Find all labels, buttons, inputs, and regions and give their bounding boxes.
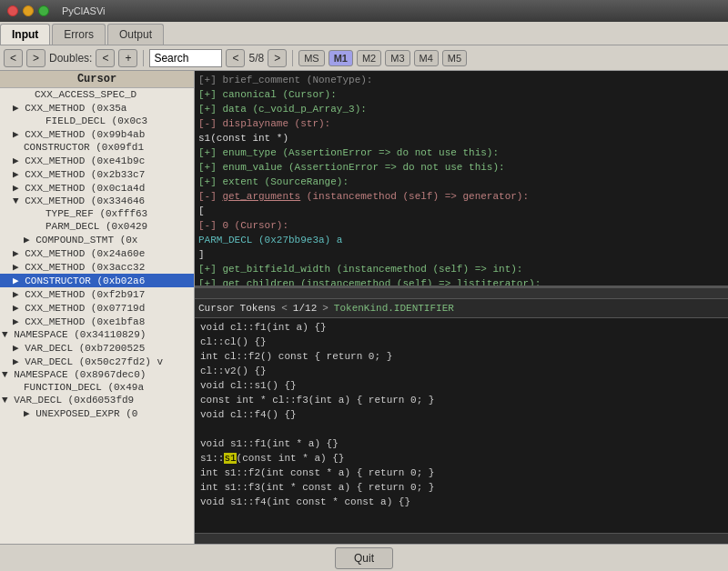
tab-output[interactable]: Output <box>107 24 164 45</box>
props-line: [+] data (c_void_p_Array_3): <box>198 102 724 116</box>
tree-container: CXX_ACCESS_SPEC_D▶ CXX_METHOD (0x35aFIEL… <box>0 88 194 420</box>
tabbar: Input Errors Output <box>0 22 728 45</box>
quit-button[interactable]: Quit <box>335 547 393 569</box>
props-line: [-] 0 (Cursor): <box>198 218 724 233</box>
tree-scroll[interactable]: CXX_ACCESS_SPEC_D▶ CXX_METHOD (0x35aFIEL… <box>0 88 194 544</box>
code-line: void cl::f1(int a) {} <box>200 320 723 335</box>
app-title: PyClASVi <box>62 5 105 16</box>
tree-item[interactable]: ▶ CXX_METHOD (0xe1bfa8 <box>0 315 194 328</box>
right-panel: [+] brief_comment (NoneType):[+] canonic… <box>195 71 728 544</box>
tree-item[interactable]: ▼ NAMESPACE (0x8967dec0) <box>0 368 194 381</box>
cursor-label: Cursor <box>198 303 235 314</box>
maximize-button[interactable] <box>38 5 49 16</box>
titlebar: PyClASVi <box>0 0 728 22</box>
marker-ms-button[interactable]: MS <box>298 50 325 66</box>
tree-item[interactable]: CXX_ACCESS_SPEC_D <box>0 88 194 101</box>
props-container: [+] brief_comment (NoneType):[+] canonic… <box>198 73 724 287</box>
tree-item[interactable]: TYPE_REF (0xfff63 <box>0 207 194 220</box>
marker-m3-button[interactable]: M3 <box>385 50 410 66</box>
traffic-lights <box>7 5 49 16</box>
search-next-button[interactable]: > <box>268 49 287 67</box>
code-line: void cl::s1() {} <box>200 378 723 393</box>
code-panel[interactable]: void cl::f1(int a) {}cl::cl() {}int cl::… <box>195 318 728 533</box>
tab-input[interactable]: Input <box>0 24 50 45</box>
marker-m5-button[interactable]: M5 <box>442 50 467 66</box>
tab-errors[interactable]: Errors <box>52 24 106 45</box>
nav-prev-button[interactable]: < <box>4 49 23 67</box>
tree-item[interactable]: FUNCTION_DECL (0x49a <box>0 381 194 394</box>
search-prev-button[interactable]: < <box>226 49 245 67</box>
code-line: int s1::f2(int const * a) { return 0; } <box>200 466 723 480</box>
tree-item[interactable]: CONSTRUCTOR (0x09fd1 <box>0 141 194 154</box>
quit-bar: Quit <box>0 544 728 571</box>
code-line: int s1::f3(int * const a) { return 0; } <box>200 480 723 495</box>
tree-item[interactable]: ▶ CXX_METHOD (0xf2b917 <box>0 287 194 301</box>
code-line: cl::v2() {} <box>200 364 723 378</box>
props-line: ] <box>198 247 724 262</box>
tree-item[interactable]: ▼ CXX_METHOD (0x334646 <box>0 195 194 207</box>
tree-item[interactable]: PARM_DECL (0x0429 <box>0 220 194 233</box>
marker-m2-button[interactable]: M2 <box>357 50 381 66</box>
left-panel: Cursor CXX_ACCESS_SPEC_D▶ CXX_METHOD (0x… <box>0 71 195 544</box>
tokens-label: Tokens <box>240 303 277 314</box>
tree-item[interactable]: ▶ CXX_METHOD (0x07719d <box>0 301 194 315</box>
props-line: [+] extent (SourceRange): <box>198 175 724 189</box>
doubles-next-button[interactable]: + <box>118 49 137 67</box>
toolbar: < > Doubles: < + < 5/8 > MS M1 M2 M3 M4 … <box>0 45 728 71</box>
main-area: Cursor CXX_ACCESS_SPEC_D▶ CXX_METHOD (0x… <box>0 71 728 544</box>
props-line: [+] canonical (Cursor): <box>198 87 724 102</box>
props-line: PARM_DECL (0x27bb9e3a) a <box>198 233 724 247</box>
tree-item[interactable]: ▶ VAR_DECL (0x50c27fd2) v <box>0 355 194 368</box>
tree-item[interactable]: ▶ CXX_METHOD (0x3acc32 <box>0 260 194 274</box>
code-line: s1::s1(const int * a) {} <box>200 451 723 466</box>
props-line: [-] get_arguments (instancemethod (self)… <box>198 189 724 204</box>
props-line: [-] displayname (str): <box>198 116 724 131</box>
tree-item[interactable]: ▶ CXX_METHOD (0x99b4ab <box>0 127 194 141</box>
tokens-kind: TokenKind.IDENTIFIER <box>334 303 454 314</box>
code-line: cl::cl() {} <box>200 335 723 349</box>
close-button[interactable] <box>7 5 18 16</box>
tree-item[interactable]: ▶ CXX_METHOD (0x24a60e <box>0 246 194 260</box>
props-hscroll[interactable] <box>195 287 728 298</box>
props-line: [+] get_children (instancemethod (self) … <box>198 276 724 287</box>
code-container: void cl::f1(int a) {}cl::cl() {}int cl::… <box>200 320 723 509</box>
tree-item[interactable]: ▶ CXX_METHOD (0x0c1a4d <box>0 181 194 195</box>
tokens-prev-button[interactable]: < <box>281 303 288 314</box>
code-hscroll[interactable] <box>195 533 728 544</box>
props-line: [+] enum_type (AssertionError => do not … <box>198 145 724 160</box>
tree-item[interactable]: ▶ CONSTRUCTOR (0xb02a6 <box>0 274 194 287</box>
props-line: s1(const int *) <box>198 131 724 145</box>
tree-item[interactable]: ▶ CXX_METHOD (0xe41b9c <box>0 154 194 167</box>
tree-item[interactable]: ▶ CXX_METHOD (0x2b33c7 <box>0 167 194 181</box>
doubles-prev-button[interactable]: < <box>96 49 115 67</box>
marker-m1-button[interactable]: M1 <box>329 50 353 66</box>
tree-item[interactable]: ▶ CXX_METHOD (0x35a <box>0 101 194 115</box>
search-input[interactable] <box>149 49 222 67</box>
doubles-label: Doubles: <box>49 52 92 65</box>
code-line: void s1::f4(int const * const a) {} <box>200 495 723 509</box>
separator-1 <box>143 50 144 66</box>
code-line <box>200 422 723 436</box>
tree-item[interactable]: FIELD_DECL (0x0c3 <box>0 115 194 127</box>
tokens-next-button[interactable]: > <box>322 303 329 314</box>
props-panel[interactable]: [+] brief_comment (NoneType):[+] canonic… <box>195 71 728 287</box>
code-line: void cl::f4() {} <box>200 407 723 422</box>
tree-header: Cursor <box>0 71 194 88</box>
separator-2 <box>292 50 293 66</box>
minimize-button[interactable] <box>23 5 34 16</box>
tree-item[interactable]: ▶ VAR_DECL (0xb7200525 <box>0 341 194 355</box>
code-line: const int * cl::f3(int a) { return 0; } <box>200 393 723 407</box>
props-line: [+] brief_comment (NoneType): <box>198 73 724 87</box>
marker-m4-button[interactable]: M4 <box>414 50 439 66</box>
tree-item[interactable]: ▼ NAMESPACE (0x34110829) <box>0 328 194 341</box>
tokens-toolbar: Cursor Tokens < 1/12 > TokenKind.IDENTIF… <box>195 298 728 318</box>
props-line: [ <box>198 204 724 218</box>
tokens-counter: 1/12 <box>293 303 317 314</box>
tree-item[interactable]: ▶ UNEXPOSED_EXPR (0 <box>0 406 194 420</box>
search-counter: 5/8 <box>248 52 264 65</box>
tree-item[interactable]: ▼ VAR_DECL (0xd6053fd9 <box>0 394 194 406</box>
props-line: [+] get_bitfield_width (instancemethod (… <box>198 262 724 276</box>
tree-item[interactable]: ▶ COMPOUND_STMT (0x <box>0 233 194 246</box>
code-line: int cl::f2() const { return 0; } <box>200 349 723 364</box>
nav-next-button[interactable]: > <box>26 49 46 67</box>
